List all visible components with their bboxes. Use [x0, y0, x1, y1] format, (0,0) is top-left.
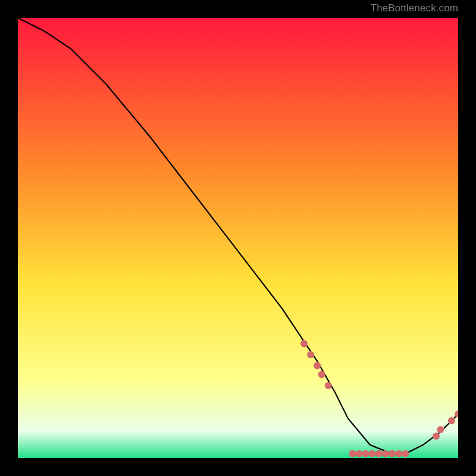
- chart-frame: TheBottleneck.com: [0, 0, 476, 476]
- chart-svg: [18, 18, 458, 458]
- data-point: [300, 340, 308, 347]
- data-point: [314, 362, 321, 369]
- data-point: [369, 450, 376, 458]
- data-point: [433, 433, 440, 440]
- data-point: [356, 450, 363, 458]
- data-point: [307, 351, 314, 358]
- data-point: [318, 371, 325, 378]
- data-point: [402, 450, 409, 458]
- plot-area: [18, 18, 458, 458]
- data-point: [389, 450, 396, 458]
- data-point: [382, 450, 389, 458]
- gradient-background: [18, 18, 458, 458]
- data-point: [375, 450, 383, 458]
- watermark-text: TheBottleneck.com: [371, 2, 458, 14]
- data-point: [395, 450, 402, 458]
- data-point: [448, 417, 455, 424]
- data-point: [349, 450, 356, 458]
- data-point: [362, 450, 369, 458]
- data-point: [325, 382, 332, 389]
- data-point: [437, 426, 444, 433]
